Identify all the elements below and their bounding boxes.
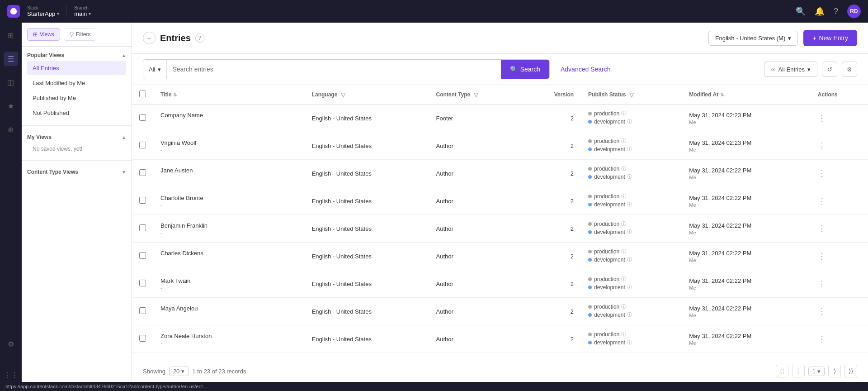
prev-page-button[interactable]: ⟨	[792, 365, 805, 377]
my-views-header[interactable]: My Views ▲	[27, 134, 126, 140]
development-info-icon[interactable]: ⓘ	[627, 201, 632, 208]
production-info-icon[interactable]: ⓘ	[621, 248, 626, 255]
entry-title[interactable]: Maya Angelou	[160, 305, 297, 312]
all-entries-dropdown[interactable]: ∞ All Entries ▾	[764, 62, 817, 77]
entry-content-type[interactable]: Footer	[436, 115, 453, 122]
modified-at-sort-icon[interactable]: ⇅	[720, 92, 724, 97]
development-info-icon[interactable]: ⓘ	[627, 311, 632, 318]
production-info-icon[interactable]: ⓘ	[621, 303, 626, 310]
first-page-button[interactable]: ⟨⟨	[776, 365, 788, 377]
row-checkbox[interactable]	[139, 114, 146, 121]
row-actions-button[interactable]: ⋮	[818, 169, 826, 178]
development-info-icon[interactable]: ⓘ	[627, 146, 632, 153]
row-checkbox[interactable]	[139, 252, 146, 259]
table-settings-button[interactable]: ⚙	[842, 62, 857, 77]
search-input[interactable]	[167, 60, 500, 79]
production-info-icon[interactable]: ⓘ	[621, 276, 626, 282]
row-checkbox[interactable]	[139, 335, 146, 342]
sidebar-icon-dashboard[interactable]: ⊞	[4, 28, 18, 43]
entry-content-type[interactable]: Author	[436, 308, 453, 315]
development-info-icon[interactable]: ⓘ	[627, 229, 632, 235]
page-size-selector[interactable]: 20 ▾	[169, 367, 189, 376]
sidebar-icon-grid[interactable]: ⋮⋮	[4, 367, 18, 382]
development-info-icon[interactable]: ⓘ	[627, 173, 632, 180]
sidebar-icon-list[interactable]: ☰	[4, 52, 18, 66]
last-page-button[interactable]: ⟩⟩	[844, 365, 857, 377]
views-button[interactable]: ⊞ Views	[27, 28, 60, 41]
bell-icon[interactable]: 🔔	[815, 6, 825, 16]
production-info-icon[interactable]: ⓘ	[621, 193, 626, 200]
production-info-icon[interactable]: ⓘ	[621, 165, 626, 172]
entry-title[interactable]: Jane Austen	[160, 167, 297, 174]
entry-content-type[interactable]: Author	[436, 281, 453, 287]
search-icon[interactable]: 🔍	[796, 6, 806, 16]
entry-content-type[interactable]: Author	[436, 336, 453, 343]
development-info-icon[interactable]: ⓘ	[627, 118, 632, 125]
row-actions-button[interactable]: ⋮	[818, 224, 826, 233]
publish-status-filter-icon[interactable]: ▽	[629, 91, 634, 98]
sidebar-icon-map[interactable]: ⊕	[4, 122, 18, 137]
nav-item-all-entries[interactable]: All Entries	[27, 61, 126, 75]
row-actions-button[interactable]: ⋮	[818, 307, 826, 316]
nav-item-not-published[interactable]: Not Published	[27, 106, 126, 120]
row-actions-button[interactable]: ⋮	[818, 114, 826, 123]
popular-views-header[interactable]: Popular Views ▲	[27, 52, 126, 58]
content-type-filter-icon[interactable]: ▽	[474, 91, 478, 98]
entry-content-type[interactable]: Author	[436, 225, 453, 232]
filter-type-selector[interactable]: All ▾	[143, 60, 167, 79]
entry-title[interactable]: Virginia Woolf	[160, 139, 297, 146]
entry-content-type[interactable]: Author	[436, 143, 453, 149]
row-actions-button[interactable]: ⋮	[818, 196, 826, 205]
row-checkbox[interactable]	[139, 197, 146, 204]
development-info-icon[interactable]: ⓘ	[627, 284, 632, 291]
entry-title[interactable]: Charles Dickens	[160, 250, 297, 257]
row-actions-button[interactable]: ⋮	[818, 252, 826, 261]
row-checkbox[interactable]	[139, 169, 146, 176]
filters-button[interactable]: ▽ Filters	[64, 28, 97, 41]
help-icon[interactable]: ?	[834, 7, 838, 16]
back-button[interactable]: ←	[143, 32, 156, 44]
language-selector[interactable]: English - United States (M) ▾	[708, 31, 798, 46]
select-all-checkbox[interactable]	[139, 91, 146, 97]
next-page-button[interactable]: ⟩	[828, 365, 841, 377]
branch-name[interactable]: main ▾	[74, 10, 91, 17]
search-button[interactable]: 🔍 Search	[501, 60, 549, 79]
entry-title[interactable]: Zora Neale Hurston	[160, 333, 297, 339]
advanced-search-button[interactable]: Advanced Search	[553, 62, 618, 76]
refresh-button[interactable]: ↺	[822, 62, 837, 77]
row-actions-button[interactable]: ⋮	[818, 141, 826, 150]
nav-item-published-by-me[interactable]: Published by Me	[27, 91, 126, 105]
sidebar-icon-settings[interactable]: ⚙	[4, 337, 18, 351]
avatar[interactable]: RD	[847, 5, 861, 18]
content-type-views-header[interactable]: Content Type Views ▼	[27, 169, 126, 175]
app-logo[interactable]	[7, 5, 20, 18]
development-info-icon[interactable]: ⓘ	[627, 339, 632, 346]
entry-content-type[interactable]: Author	[436, 198, 453, 205]
entry-content-type[interactable]: Author	[436, 253, 453, 260]
row-checkbox[interactable]	[139, 307, 146, 314]
production-info-icon[interactable]: ⓘ	[621, 220, 626, 227]
title-sort-icon[interactable]: ⇅	[173, 92, 177, 97]
help-button[interactable]: ?	[195, 33, 204, 43]
entry-title[interactable]: Company Name	[160, 112, 297, 119]
production-info-icon[interactable]: ⓘ	[621, 331, 626, 338]
row-actions-button[interactable]: ⋮	[818, 279, 826, 288]
row-checkbox[interactable]	[139, 142, 146, 148]
row-actions-button[interactable]: ⋮	[818, 334, 826, 343]
stack-name[interactable]: StarterApp ▾	[27, 10, 59, 17]
new-entry-button[interactable]: + New Entry	[803, 30, 857, 46]
entry-content-type[interactable]: Author	[436, 170, 453, 177]
current-page-indicator[interactable]: 1 ▾	[808, 367, 825, 376]
entry-title[interactable]: Mark Twain	[160, 277, 297, 284]
nav-item-last-modified[interactable]: Last Modified by Me	[27, 76, 126, 90]
row-checkbox[interactable]	[139, 224, 146, 231]
sidebar-icon-layers[interactable]: ◫	[4, 75, 18, 90]
entry-title[interactable]: Charlotte Bronte	[160, 195, 297, 201]
sidebar-icon-star[interactable]: ★	[4, 99, 18, 113]
development-info-icon[interactable]: ⓘ	[627, 256, 632, 263]
row-checkbox[interactable]	[139, 280, 146, 286]
production-info-icon[interactable]: ⓘ	[621, 110, 626, 117]
entry-title[interactable]: Benjamin Franklin	[160, 222, 297, 229]
production-info-icon[interactable]: ⓘ	[621, 138, 626, 144]
language-filter-icon[interactable]: ▽	[341, 91, 345, 98]
